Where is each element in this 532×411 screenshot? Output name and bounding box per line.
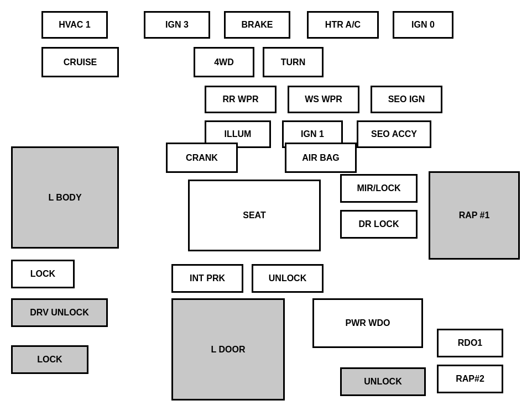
illum-label: ILLUM (225, 129, 252, 139)
drlock-box: DR LOCK (340, 210, 418, 239)
drvunlock-box: DRV UNLOCK (11, 298, 108, 327)
brake-label: BRAKE (242, 20, 273, 30)
seat-label: SEAT (243, 210, 265, 220)
pwrwdo-box: PWR WDO (312, 298, 423, 348)
cruise-box: CRUISE (41, 47, 119, 77)
unlock-label: UNLOCK (269, 273, 306, 283)
crank-label: CRANK (186, 153, 218, 163)
rrwpr-label: RR WPR (223, 94, 259, 104)
turn-label: TURN (281, 57, 305, 67)
intprk-label: INT PRK (190, 273, 225, 283)
seat-box: SEAT (188, 180, 321, 251)
ldoor-box: L DOOR (171, 298, 285, 401)
pwrwdo-label: PWR WDO (346, 318, 390, 328)
rap2-label: RAP#2 (456, 374, 484, 384)
wswpr-box: WS WPR (288, 86, 359, 113)
ign0-label: IGN 0 (411, 20, 435, 30)
seoaccy-label: SEO ACCY (371, 129, 417, 139)
crank-box: CRANK (166, 143, 238, 173)
rdo1-label: RDO1 (458, 338, 482, 348)
seoign-label: SEO IGN (388, 94, 425, 104)
hvac1-label: HVAC 1 (59, 20, 91, 30)
airbag-label: AIR BAG (302, 153, 340, 163)
intprk-box: INT PRK (171, 264, 243, 293)
4wd-label: 4WD (214, 57, 234, 67)
drvunlock-label: DRV UNLOCK (30, 308, 88, 318)
rrwpr-box: RR WPR (205, 86, 277, 113)
hvac1-box: HVAC 1 (41, 11, 108, 39)
htrac-label: HTR A/C (325, 20, 361, 30)
ldoor-label: L DOOR (211, 345, 246, 355)
lbody-box: L BODY (11, 146, 119, 249)
turn-box: TURN (263, 47, 324, 77)
drlock-label: DR LOCK (359, 219, 399, 229)
lock-box: LOCK (11, 260, 75, 288)
mirlock-label: MIR/LOCK (357, 183, 400, 193)
lock2-box: LOCK (11, 345, 88, 374)
ign0-box: IGN 0 (393, 11, 453, 39)
4wd-box: 4WD (194, 47, 254, 77)
unlock2-label: UNLOCK (364, 377, 401, 387)
brake-box: BRAKE (224, 11, 290, 39)
seoaccy-box: SEO ACCY (357, 120, 431, 148)
unlock2-box: UNLOCK (340, 367, 426, 396)
rap2-box: RAP#2 (437, 365, 503, 393)
rdo1-box: RDO1 (437, 329, 503, 357)
rap1-label: RAP #1 (459, 210, 490, 220)
ign1-label: IGN 1 (301, 129, 324, 139)
htrac-box: HTR A/C (307, 11, 379, 39)
ign3-label: IGN 3 (165, 20, 189, 30)
ign3-box: IGN 3 (144, 11, 210, 39)
lock2-label: LOCK (37, 355, 62, 365)
cruise-label: CRUISE (64, 57, 97, 67)
mirlock-box: MIR/LOCK (340, 174, 418, 203)
lbody-label: L BODY (48, 193, 81, 203)
airbag-box: AIR BAG (285, 143, 357, 173)
fuse-diagram: HVAC 1IGN 3BRAKEHTR A/CIGN 0CRUISE4WDTUR… (0, 0, 532, 411)
wswpr-label: WS WPR (305, 94, 342, 104)
rap1-box: RAP #1 (429, 171, 520, 260)
lock-label: LOCK (30, 269, 55, 279)
unlock-box: UNLOCK (252, 264, 324, 293)
seoign-box: SEO IGN (371, 86, 442, 113)
